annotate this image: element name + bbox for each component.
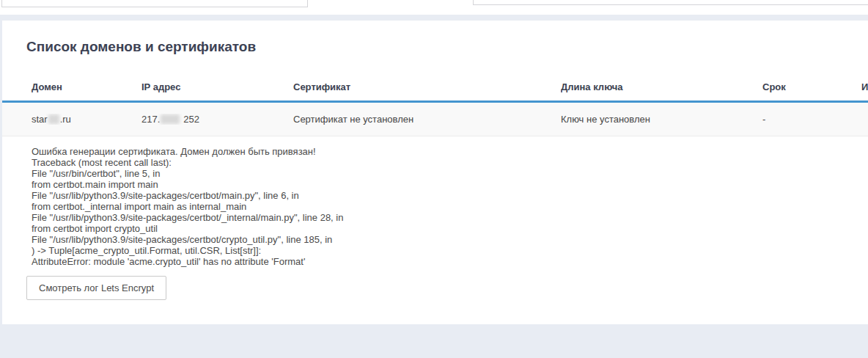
column-header-issuer: Издатель: [861, 81, 868, 101]
log-line: AttributeError: module 'acme.crypto_util…: [32, 256, 868, 267]
view-letsencrypt-log-button[interactable]: Смотреть лог Lets Encrypt: [26, 276, 166, 300]
cell-certificate: Сертификат не установлен: [293, 114, 561, 125]
column-header-domain: Домен: [2, 81, 141, 101]
ip-suffix: 252: [183, 114, 199, 125]
cell-domain: star.ru: [2, 114, 141, 125]
log-line: from certbot.main import main: [32, 179, 868, 190]
log-line: File "/usr/bin/certbot", line 5, in: [32, 168, 868, 179]
log-line: File "/usr/lib/python3.9/site-packages/c…: [32, 212, 868, 223]
page-title: Список доменов и сертификатов: [2, 21, 868, 55]
ip-redacted-blur: [161, 114, 180, 124]
log-line: Ошибка генерации сертификата. Домен долж…: [32, 146, 868, 157]
domain-suffix: .ru: [60, 114, 71, 125]
domain-redacted-blur: [48, 114, 59, 124]
log-line: from certbot import crypto_util: [32, 223, 868, 234]
column-header-key-length: Длина ключа: [561, 81, 762, 101]
log-line: File "/usr/lib/python3.9/site-packages/c…: [32, 234, 868, 245]
cropped-top-panel-left: [1, 0, 308, 7]
column-header-term: Срок: [762, 81, 861, 101]
cropped-top-bar: [0, 0, 868, 15]
table-header-row: Домен IP адрес Сертификат Длина ключа Ср…: [2, 55, 868, 103]
domain-prefix: star: [32, 114, 48, 125]
log-line: ) -> Tuple[acme_crypto_util.Format, util…: [32, 245, 868, 256]
domains-table: Домен IP адрес Сертификат Длина ключа Ср…: [2, 55, 868, 136]
cell-term: -: [762, 114, 861, 125]
domains-certificates-card: Список доменов и сертификатов Домен IP а…: [2, 21, 868, 324]
cell-ip: 217.252: [141, 114, 293, 125]
cropped-top-panel-right: [473, 0, 868, 5]
log-line: from certbot._internal import main as in…: [32, 201, 868, 212]
error-log: Ошибка генерации сертификата. Домен долж…: [2, 146, 868, 267]
column-header-certificate: Сертификат: [293, 81, 561, 101]
table-row[interactable]: star.ru 217.252 Сертификат не установлен…: [2, 103, 868, 136]
log-line: File "/usr/lib/python3.9/site-packages/c…: [32, 190, 868, 201]
log-line: Traceback (most recent call last):: [32, 157, 868, 168]
column-header-ip: IP адрес: [141, 81, 293, 101]
ip-prefix: 217.: [141, 114, 160, 125]
cell-key-length: Ключ не установлен: [561, 114, 762, 125]
